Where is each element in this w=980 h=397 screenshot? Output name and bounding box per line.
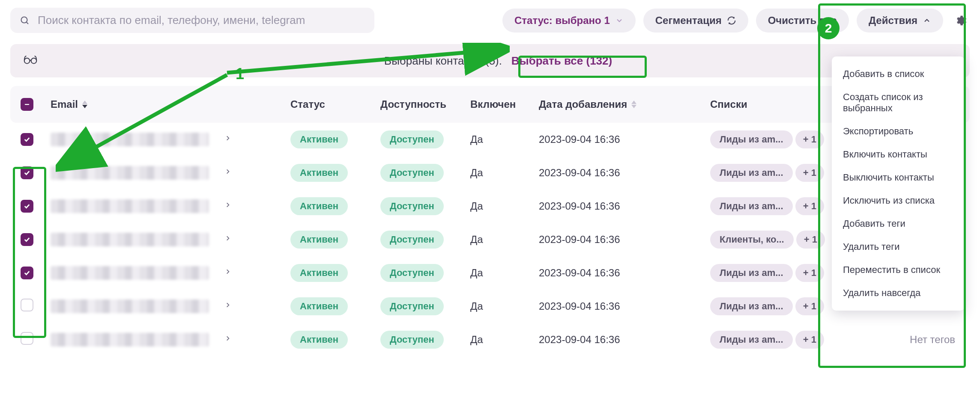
actions-menu-item[interactable]: Добавить теги — [832, 212, 965, 235]
settings-button[interactable] — [951, 11, 970, 30]
svg-line-1 — [27, 22, 29, 24]
row-checkbox[interactable] — [21, 200, 33, 213]
date-cell: 2023-09-04 16:36 — [539, 167, 710, 179]
expand-row-button[interactable] — [219, 234, 236, 246]
chevron-down-icon — [615, 16, 624, 25]
list-badge[interactable]: Лиды из am... — [710, 331, 793, 349]
availability-badge: Доступен — [380, 197, 444, 215]
actions-button[interactable]: Действия — [857, 9, 943, 33]
actions-menu-item[interactable]: Удалить теги — [832, 235, 965, 258]
list-badge[interactable]: Лиды из am... — [710, 164, 793, 182]
svg-marker-8 — [631, 105, 636, 108]
svg-point-0 — [21, 17, 27, 23]
selection-bar: Выбраны контакты (5). Выбрать все (132) — [10, 44, 970, 77]
column-availability[interactable]: Доступность — [380, 98, 470, 110]
availability-badge: Доступен — [380, 130, 444, 148]
actions-menu-item[interactable]: Включить контакты — [832, 143, 965, 166]
list-more-badge[interactable]: + 1 — [795, 331, 824, 349]
selected-count-text: Выбраны контакты (5). — [384, 54, 502, 67]
enabled-cell: Да — [470, 300, 539, 312]
date-cell: 2023-09-04 16:36 — [539, 267, 710, 279]
expand-row-button[interactable] — [219, 167, 236, 179]
enabled-cell: Да — [470, 167, 539, 179]
row-checkbox[interactable] — [21, 267, 33, 279]
column-enabled[interactable]: Включен — [470, 98, 539, 110]
search-icon — [20, 15, 30, 26]
svg-marker-5 — [82, 101, 87, 104]
email-redacted — [51, 266, 209, 280]
toolbar: Статус: выбрано 1 Сегментация Очистить в… — [0, 0, 980, 41]
expand-row-button[interactable] — [219, 133, 236, 145]
email-redacted — [51, 299, 209, 313]
sort-icon — [631, 101, 636, 108]
table-row: АктивенДоступенДа2023-09-04 16:36Лиды из… — [10, 290, 970, 323]
actions-menu-item[interactable]: Добавить в список — [832, 62, 965, 86]
actions-menu-item[interactable]: Выключить контакты — [832, 166, 965, 189]
email-redacted — [51, 166, 209, 180]
table-row: АктивенДоступенДа2023-09-04 16:36Лиды из… — [10, 156, 970, 190]
expand-row-button[interactable] — [219, 200, 236, 212]
column-email-label: Email — [51, 98, 78, 110]
list-more-badge[interactable]: + 1 — [795, 197, 824, 215]
availability-badge: Доступен — [380, 331, 444, 349]
column-lists[interactable]: Списки — [710, 98, 839, 110]
select-all-checkbox[interactable] — [21, 98, 33, 111]
table-row: АктивенДоступенДа2023-09-04 16:36Лиды из… — [10, 323, 970, 356]
status-filter-label: Статус: выбрано 1 — [514, 15, 610, 27]
date-cell: 2023-09-04 16:36 — [539, 234, 710, 246]
list-more-badge[interactable]: + 1 — [796, 231, 825, 249]
list-badge[interactable]: Лиды из am... — [710, 130, 793, 148]
column-email[interactable]: Email — [51, 98, 290, 110]
segmentation-label: Сегментация — [655, 15, 722, 27]
list-badge[interactable]: Лиды из am... — [710, 197, 793, 215]
email-redacted — [51, 199, 209, 213]
list-more-badge[interactable]: + 1 — [795, 130, 824, 148]
row-checkbox[interactable] — [21, 332, 33, 345]
column-status[interactable]: Статус — [290, 98, 380, 110]
list-more-badge[interactable]: + 1 — [795, 297, 824, 315]
actions-label: Действия — [869, 15, 917, 27]
search-input[interactable] — [38, 14, 365, 27]
svg-point-2 — [24, 58, 30, 64]
contacts-table: Email Статус Доступность Включен Дата до… — [10, 86, 970, 356]
availability-badge: Доступен — [380, 231, 444, 249]
column-date[interactable]: Дата добавления — [539, 98, 710, 110]
view-icon[interactable] — [22, 53, 39, 68]
status-badge: Активен — [290, 331, 348, 349]
svg-marker-7 — [631, 101, 636, 104]
row-checkbox[interactable] — [21, 166, 33, 179]
expand-row-button[interactable] — [219, 334, 236, 346]
availability-badge: Доступен — [380, 164, 444, 182]
availability-badge: Доступен — [380, 264, 444, 282]
clear-all-button[interactable]: Очистить все — [756, 9, 849, 33]
list-more-badge[interactable]: + 1 — [795, 164, 824, 182]
row-checkbox[interactable] — [21, 233, 33, 246]
row-checkbox[interactable] — [21, 299, 33, 311]
actions-dropdown: Добавить в списокСоздать список из выбра… — [832, 56, 965, 311]
enabled-cell: Да — [470, 234, 539, 246]
enabled-cell: Да — [470, 267, 539, 279]
status-filter-button[interactable]: Статус: выбрано 1 — [502, 9, 636, 33]
clear-all-label: Очистить все — [768, 15, 837, 27]
list-badge[interactable]: Лиды из am... — [710, 264, 793, 282]
list-more-badge[interactable]: + 1 — [795, 264, 824, 282]
actions-menu-item[interactable]: Переместить в список — [832, 258, 965, 281]
actions-menu-item[interactable]: Удалить навсегда — [832, 281, 965, 305]
tags-cell: Нет тегов — [839, 334, 959, 346]
actions-menu-item[interactable]: Создать список из выбранных — [832, 86, 965, 120]
expand-row-button[interactable] — [219, 267, 236, 279]
date-cell: 2023-09-04 16:36 — [539, 300, 710, 312]
svg-rect-4 — [25, 104, 30, 105]
actions-menu-item[interactable]: Исключить из списка — [832, 189, 965, 212]
select-all-link[interactable]: Выбрать все (132) — [511, 54, 612, 67]
email-redacted — [51, 333, 209, 347]
segmentation-button[interactable]: Сегментация — [643, 9, 748, 33]
list-badge[interactable]: Лиды из am... — [710, 297, 793, 315]
actions-menu-item[interactable]: Экспортировать — [832, 120, 965, 143]
search-field-wrap[interactable] — [10, 8, 374, 33]
status-badge: Активен — [290, 231, 348, 249]
list-badge[interactable]: Клиенты, ко... — [710, 231, 794, 249]
expand-row-button[interactable] — [219, 300, 236, 312]
row-checkbox[interactable] — [21, 133, 33, 146]
table-row: АктивенДоступенДа2023-09-04 16:36Лиды из… — [10, 190, 970, 223]
